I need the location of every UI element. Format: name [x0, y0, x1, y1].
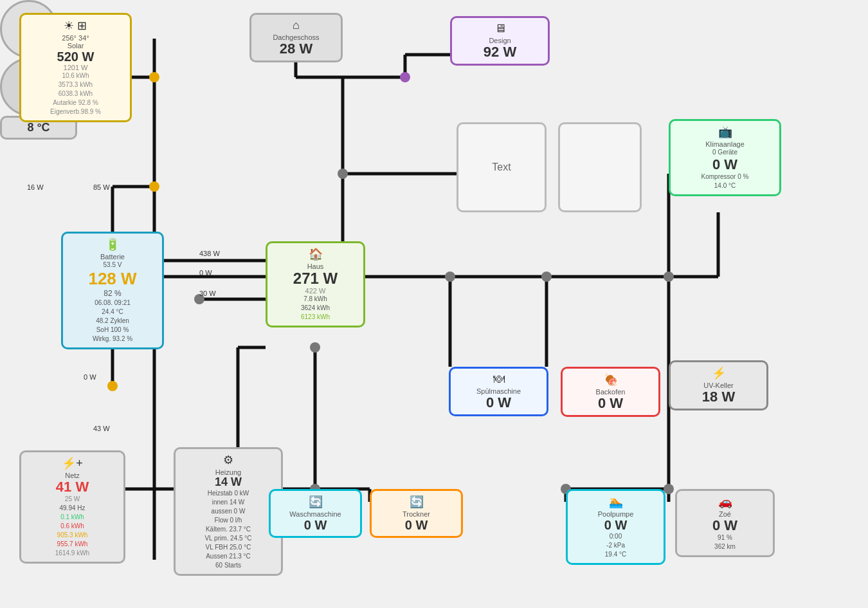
design-power: 92 W	[457, 44, 543, 60]
solar-autarkie: Autarkie 92.8 %	[26, 98, 125, 107]
wire-label-0w2: 0 W	[84, 373, 96, 381]
haus-icon: 🏠	[273, 247, 358, 261]
haus-power-sub: 422 W	[273, 287, 358, 295]
backofen-box[interactable]: 🍖 Backofen 0 W	[561, 367, 660, 417]
batterie-soc: 82 %	[68, 288, 157, 299]
batterie-icon: 🔋	[68, 237, 157, 252]
haus-box[interactable]: 🏠 Haus 271 W 422 W 7.8 kWh 3624 kWh 6123…	[266, 241, 365, 327]
heizung-d7: VL FBH 25.0 °C	[181, 543, 276, 552]
dachgeschoss-box[interactable]: ⌂ Dachgeschoss 28 W	[249, 13, 343, 62]
klima-title: Klimaanlage	[676, 140, 774, 148]
trockner-icon: 🔄	[377, 495, 456, 509]
solar-power-sub: 1201 W	[26, 64, 125, 71]
wasch-icon: 🔄	[276, 495, 355, 509]
solar-eigenverb: Eigenverb.98.9 %	[26, 107, 125, 116]
haus-power: 271 W	[273, 270, 358, 287]
batterie-soh: SoH 100 %	[68, 326, 157, 335]
pool-d3: 19.4 °C	[573, 550, 658, 559]
temp-value: 8 °C	[27, 121, 50, 134]
netz-power-sub: 25 W	[26, 495, 118, 504]
dach-icon: ⌂	[257, 19, 336, 32]
haus-kwh3: 6123 kWh	[273, 313, 358, 322]
batterie-power: 128 W	[68, 270, 157, 288]
design-icon: 🖥	[457, 22, 543, 35]
wire-label-43w: 43 W	[93, 425, 110, 432]
solar-degrees: 256° 34°	[26, 34, 125, 42]
heizung-icon: ⚙	[181, 453, 276, 467]
solar-box[interactable]: ☀ ⊞ 256° 34° Solar 520 W 1201 W 10.6 kWh…	[19, 13, 132, 122]
wire-label-16w: 16 W	[27, 183, 44, 191]
poolpumpe-box[interactable]: 🏊 Poolpumpe 0 W 0:00 -2 kPa 19.4 °C	[566, 489, 665, 565]
zoe-soc: 91 %	[682, 533, 768, 542]
svg-point-41	[107, 381, 118, 391]
batterie-voltage: 53.5 V	[68, 261, 157, 270]
klimaanlage-box[interactable]: 📺 Klimaanlage 0 Geräte 0 W Kompressor 0 …	[669, 119, 781, 196]
uv-power: 18 W	[676, 389, 761, 405]
haus-kwh2: 3624 kWh	[273, 304, 358, 313]
netz-box[interactable]: ⚡+ Netz 41 W 25 W 49.94 Hz 0.1 kWh 0.6 k…	[19, 450, 125, 564]
batterie-title: Batterie	[68, 253, 157, 261]
klima-subtitle: 0 Geräte	[676, 148, 774, 157]
heizung-d3: aussen 0 W	[181, 507, 276, 516]
pool-power: 0 W	[573, 518, 658, 532]
svg-point-42	[338, 169, 348, 179]
heizung-d1: Heizstab 0 kW	[181, 489, 276, 498]
trockner-power: 0 W	[377, 518, 456, 532]
uv-icon: ⚡	[676, 366, 761, 380]
netz-kwh5: 1614.9 kWh	[26, 549, 118, 558]
zoe-box[interactable]: 🚗 Zoé 0 W 91 % 362 km	[675, 489, 775, 557]
netz-kwh3: 905.3 kWh	[26, 531, 118, 540]
back-icon: 🍖	[568, 373, 653, 387]
svg-point-38	[149, 72, 159, 82]
svg-point-45	[664, 272, 674, 282]
heizung-d8: Aussen 21.3 °C	[181, 552, 276, 561]
zoe-power: 0 W	[682, 518, 768, 533]
spuelmaschine-box[interactable]: 🍽 Spülmaschine 0 W	[449, 367, 548, 416]
wire-label-438w: 438 W	[199, 250, 220, 257]
heizung-d2: innen 14 W	[181, 498, 276, 507]
solar-title: Solar	[26, 42, 125, 50]
uv-keller-box[interactable]: ⚡ UV-Keller 18 W	[669, 360, 768, 410]
netz-kwh1: 0.1 kWh	[26, 513, 118, 522]
klima-kompressor: Kompressor 0 %	[676, 172, 774, 181]
trockner-title: Trockner	[377, 510, 456, 518]
trockner-box[interactable]: 🔄 Trockner 0 W	[370, 489, 463, 538]
solar-kwh2: 3573.3 kWh	[26, 80, 125, 89]
text1-label: Text	[492, 161, 511, 173]
dach-power: 28 W	[257, 41, 336, 57]
svg-point-39	[149, 181, 159, 192]
heizung-power: 14 W	[181, 476, 276, 489]
text-box-2[interactable]	[558, 122, 642, 212]
main-canvas: 16 W 85 W 438 W 0 W 30 W 0 W 43 W ☀ ⊞ 25…	[0, 0, 868, 608]
pool-d2: -2 kPa	[573, 541, 658, 550]
pool-title: Poolpumpe	[573, 510, 658, 518]
wasch-title: Waschmaschine	[276, 510, 355, 518]
batterie-datetime: 06.08. 09:21	[68, 299, 157, 308]
svg-point-44	[541, 272, 552, 282]
svg-point-51	[400, 72, 410, 82]
netz-freq: 49.94 Hz	[26, 504, 118, 513]
netz-kwh2: 0.6 kWh	[26, 522, 118, 531]
design-box[interactable]: 🖥 Design 92 W	[450, 16, 550, 66]
solar-power: 520 W	[26, 50, 125, 64]
batterie-wirkg: Wirkg. 93.2 %	[68, 335, 157, 344]
heizung-d4: Flow 0 l/h	[181, 516, 276, 525]
zoe-km: 362 km	[682, 542, 768, 551]
wasch-power: 0 W	[276, 518, 355, 532]
wire-label-30w: 30 W	[199, 290, 216, 297]
pool-d1: 0:00	[573, 532, 658, 541]
batterie-temp: 24.4 °C	[68, 308, 157, 317]
batterie-zyklen: 48.2 Zyklen	[68, 317, 157, 326]
haus-kwh1: 7.8 kWh	[273, 295, 358, 304]
waschmaschine-box[interactable]: 🔄 Waschmaschine 0 W	[269, 489, 362, 538]
svg-point-43	[445, 272, 455, 282]
pool-icon: 🏊	[573, 495, 658, 509]
text-box-1[interactable]: Text	[457, 122, 547, 212]
wire-label-85w: 85 W	[93, 183, 110, 191]
heizung-box[interactable]: ⚙ Heizung 14 W Heizstab 0 kW innen 14 W …	[174, 447, 283, 576]
solar-kwh1: 10.6 kWh	[26, 71, 125, 80]
batterie-box[interactable]: 🔋 Batterie 53.5 V 128 W 82 % 06.08. 09:2…	[61, 232, 164, 349]
klima-icon: 📺	[676, 125, 774, 139]
spuel-power: 0 W	[456, 395, 541, 410]
heizung-d6: VL prim. 24.5 °C	[181, 534, 276, 543]
